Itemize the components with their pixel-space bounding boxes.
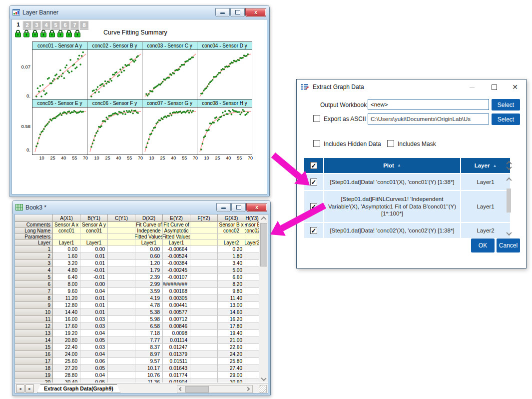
data-cell[interactable]: 0.00846 — [163, 323, 190, 330]
data-cell[interactable]: 12.80 — [53, 302, 80, 309]
dialog-maximize-button[interactable] — [484, 80, 504, 94]
meta-cell[interactable]: conc02 — [218, 228, 245, 234]
plot-table-row[interactable]: ✓[Step01.dat]FitNLCurves1! 'Independent … — [304, 191, 520, 222]
data-cell[interactable]: 0.01904 — [163, 379, 190, 382]
data-cell[interactable]: 25.80 — [218, 358, 245, 365]
layer-tab-6[interactable]: 6 — [61, 21, 69, 29]
worksheet-grid[interactable]: A(X1)B(Y1)C(Y1)D(X2)E(Y2)F(Y2)G(X3)H(Y3)… — [15, 214, 259, 382]
data-cell[interactable]: 4.19 — [135, 295, 163, 302]
data-cell[interactable]: 0.00712 — [163, 316, 190, 323]
meta-cell[interactable] — [218, 234, 245, 240]
meta-cell[interactable]: Fitted Values — [135, 234, 163, 240]
data-cell[interactable]: 30.60 — [218, 379, 245, 382]
data-cell[interactable]: 28.80 — [53, 372, 80, 379]
data-cell[interactable]: 8.97 — [135, 351, 163, 358]
data-cell[interactable] — [108, 246, 135, 253]
data-cell[interactable] — [245, 365, 259, 372]
data-cell[interactable] — [108, 358, 135, 365]
data-cell[interactable]: 0.00 — [80, 281, 108, 288]
close-button[interactable]: x — [245, 8, 266, 17]
row-number[interactable]: 18 — [15, 365, 53, 372]
data-cell[interactable]: 0.05 — [80, 365, 108, 372]
meta-cell[interactable] — [108, 240, 135, 246]
row-number[interactable]: 2 — [15, 253, 53, 260]
data-cell[interactable]: 0.00 — [135, 246, 163, 253]
row-checkbox[interactable]: ✓ — [310, 178, 317, 186]
data-cell[interactable]: 3.59 — [135, 288, 163, 295]
meta-cell[interactable]: Sensor B y — [245, 222, 259, 228]
data-cell[interactable]: 0.01 — [80, 309, 108, 316]
data-cell[interactable] — [190, 372, 218, 379]
layer-tab-4[interactable]: 4 — [42, 21, 50, 29]
data-cell[interactable]: 1.20 — [135, 260, 163, 267]
minimize-button[interactable] — [216, 203, 231, 212]
data-cell[interactable]: 2.39 — [135, 274, 163, 281]
data-cell[interactable]: 1.79 — [135, 267, 163, 274]
meta-cell[interactable] — [53, 234, 80, 240]
data-cell[interactable] — [108, 260, 135, 267]
meta-cell[interactable]: Layer1 — [53, 240, 80, 246]
row-number[interactable]: 13 — [15, 330, 53, 337]
data-cell[interactable]: 0.04 — [80, 372, 108, 379]
row-checkbox-cell[interactable]: ✓ — [304, 174, 323, 190]
data-cell[interactable]: 0.00168 — [163, 288, 190, 295]
corner-cell[interactable] — [15, 214, 53, 222]
data-cell[interactable]: 0.00441 — [163, 302, 190, 309]
row-number[interactable]: 12 — [15, 323, 53, 330]
data-cell[interactable] — [108, 267, 135, 274]
meta-cell[interactable]: conc02 — [245, 228, 259, 234]
data-cell[interactable] — [190, 316, 218, 323]
data-cell[interactable] — [108, 365, 135, 372]
data-cell[interactable]: 1.60 — [53, 253, 80, 260]
hscrollbar-thumb[interactable] — [185, 386, 209, 392]
meta-cell[interactable]: Layer2 — [245, 240, 259, 246]
meta-cell[interactable]: Fit Curve of — [163, 222, 190, 228]
data-cell[interactable]: 3.20 — [53, 260, 80, 267]
data-cell[interactable] — [108, 253, 135, 260]
resize-grip[interactable] — [259, 385, 267, 393]
data-cell[interactable] — [245, 246, 259, 253]
data-cell[interactable] — [245, 260, 259, 267]
ascii-path-input[interactable]: C:\Users\yuki\Documents\OriginLab\Us — [368, 114, 489, 124]
data-cell[interactable]: 0.01 — [80, 295, 108, 302]
scroll-down-button[interactable] — [260, 375, 267, 382]
column-header-E(Y2)[interactable]: E(Y2) — [163, 214, 190, 222]
cancel-button[interactable]: Cancel — [497, 238, 520, 252]
sheet-next-button[interactable]: ► — [25, 384, 34, 392]
includes-mask-checkbox[interactable] — [387, 140, 394, 147]
sheet-tab[interactable]: Extract Graph Data(Graph9) — [37, 384, 120, 393]
data-cell[interactable] — [108, 281, 135, 288]
row-number[interactable]: 11 — [15, 316, 53, 323]
data-cell[interactable] — [190, 295, 218, 302]
table-scroll-thumb[interactable] — [507, 188, 511, 212]
row-checkbox-cell[interactable]: ✓ — [304, 223, 323, 238]
data-cell[interactable] — [190, 365, 218, 372]
data-cell[interactable]: 17.80 — [218, 323, 245, 330]
data-cell[interactable]: 0.00 — [80, 246, 108, 253]
meta-cell[interactable]: Sensor B x — [218, 222, 245, 228]
data-cell[interactable] — [245, 295, 259, 302]
layer-tab-8[interactable]: 8 — [80, 21, 88, 29]
data-cell[interactable] — [108, 379, 135, 382]
data-cell[interactable]: 22.40 — [53, 344, 80, 351]
data-cell[interactable] — [108, 337, 135, 344]
data-cell[interactable]: 0.03 — [80, 344, 108, 351]
data-cell[interactable]: 0.01 — [80, 253, 108, 260]
row-number[interactable]: 5 — [15, 274, 53, 281]
data-cell[interactable] — [190, 302, 218, 309]
data-cell[interactable]: -0.00107 — [163, 274, 190, 281]
sort-ascending-icon[interactable]: ▲ — [397, 163, 401, 168]
data-cell[interactable]: 27.20 — [53, 365, 80, 372]
output-workbook-select-button[interactable]: Select — [492, 99, 520, 110]
layer-column-header[interactable]: Layer▲ — [461, 158, 510, 173]
meta-cell[interactable] — [245, 234, 259, 240]
row-number[interactable]: 6 — [15, 281, 53, 288]
data-cell[interactable]: 2.99 — [135, 281, 163, 288]
meta-cell[interactable]: Sensor A y — [80, 222, 108, 228]
column-header-C(Y1)[interactable]: C(Y1) — [108, 214, 135, 222]
data-cell[interactable]: 11.40 — [218, 295, 245, 302]
data-cell[interactable]: 7.77 — [135, 337, 163, 344]
meta-cell[interactable]: Layer2 — [218, 240, 245, 246]
dialog-minimize-button[interactable] — [462, 80, 482, 94]
layer-banner-titlebar[interactable]: Layer Banner x — [9, 6, 269, 18]
